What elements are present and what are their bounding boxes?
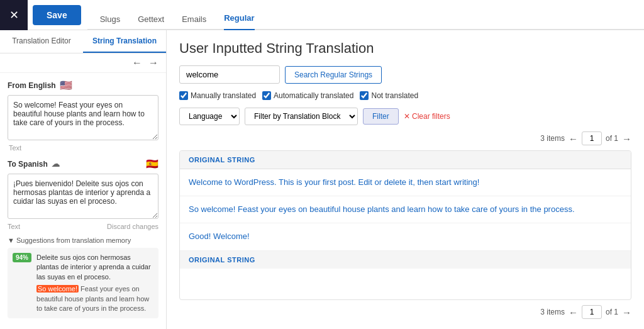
page-number-input[interactable]	[582, 131, 602, 145]
prev-page-button[interactable]: ←	[569, 133, 578, 144]
close-button[interactable]: ✕	[0, 0, 28, 30]
result-item-2[interactable]: So welcome! Feast your eyes on beautiful…	[180, 196, 631, 223]
us-flag: 🇺🇸	[60, 79, 72, 91]
language-dropdown[interactable]: Language	[179, 108, 240, 125]
section-header-1: ORIGINAL STRING	[180, 151, 631, 169]
suggestion-item[interactable]: 94% Deleite sus ojos con hermosas planta…	[8, 248, 158, 318]
highlight-text: So welcome!	[36, 285, 79, 293]
source-text-label: Text	[9, 144, 158, 152]
next-page-button[interactable]: →	[622, 133, 631, 144]
tab-string-translation[interactable]: String Translation	[83, 30, 166, 53]
save-button[interactable]: Save	[33, 5, 81, 25]
suggestion-pct: 94%	[13, 253, 31, 262]
prev-page-button-bottom[interactable]: ←	[569, 307, 578, 318]
result-link-1[interactable]: Welcome to WordPress. This is your first…	[189, 177, 479, 187]
items-count: 3 items	[540, 134, 565, 143]
to-spanish-label: To Spanish	[8, 160, 48, 169]
items-count-bottom: 3 items	[540, 308, 565, 316]
tab-regular[interactable]: Regular	[224, 13, 254, 30]
suggestions-header[interactable]: ▼ Suggestions from translation memory	[8, 237, 158, 244]
clear-filters-button[interactable]: ✕ Clear filters	[404, 112, 450, 121]
not-translated-checkbox[interactable]: Not translated	[360, 91, 418, 100]
result-link-2[interactable]: So welcome! Feast your eyes on beautiful…	[189, 204, 575, 214]
cloud-icon: ☁	[52, 159, 60, 169]
from-english-label: From English	[8, 81, 56, 90]
translation-block-dropdown[interactable]: Filter by Translation Block	[245, 108, 358, 125]
discard-changes-link[interactable]: Discard changes	[107, 223, 158, 230]
page-of-label-bottom: of 1	[606, 308, 618, 316]
result-item-3[interactable]: Good! Welcome!	[180, 223, 631, 250]
close-icon: ✕	[9, 8, 19, 22]
page-number-input-bottom[interactable]	[582, 305, 602, 319]
section-header-2: ORIGINAL STRING	[180, 251, 631, 269]
suggestion-main-text: Deleite sus ojos con hermosas plantas de…	[36, 253, 153, 282]
result-link-3[interactable]: Good! Welcome!	[189, 231, 250, 241]
next-page-button-bottom[interactable]: →	[622, 307, 631, 318]
result-item-1[interactable]: Welcome to WordPress. This is your first…	[180, 169, 631, 196]
results-container: ORIGINAL STRING Welcome to WordPress. Th…	[179, 150, 631, 300]
page-of-label: of 1	[606, 134, 618, 143]
es-flag: 🇪🇸	[146, 158, 158, 170]
tab-slugs[interactable]: Slugs	[100, 14, 121, 30]
tab-emails[interactable]: Emails	[182, 14, 206, 30]
filter-button[interactable]: Filter	[363, 108, 399, 125]
page-title: User Inputted String Translation	[179, 40, 631, 57]
source-text-area[interactable]	[8, 95, 158, 140]
tab-gettext[interactable]: Gettext	[138, 14, 164, 30]
manually-translated-checkbox[interactable]: Manually translated	[179, 91, 256, 100]
dest-text-label: Text	[8, 223, 20, 230]
automatically-translated-checkbox[interactable]: Automatically translated	[262, 91, 353, 100]
nav-forward-button[interactable]: →	[148, 57, 158, 69]
nav-back-button[interactable]: ←	[132, 57, 142, 69]
dest-text-area[interactable]	[8, 174, 158, 219]
tab-translation-editor[interactable]: Translation Editor	[0, 30, 83, 53]
search-button[interactable]: Search Regular Strings	[285, 66, 382, 84]
suggestion-secondary-text: So welcome! Feast your eyes on beautiful…	[36, 284, 153, 313]
search-input[interactable]	[179, 65, 280, 84]
